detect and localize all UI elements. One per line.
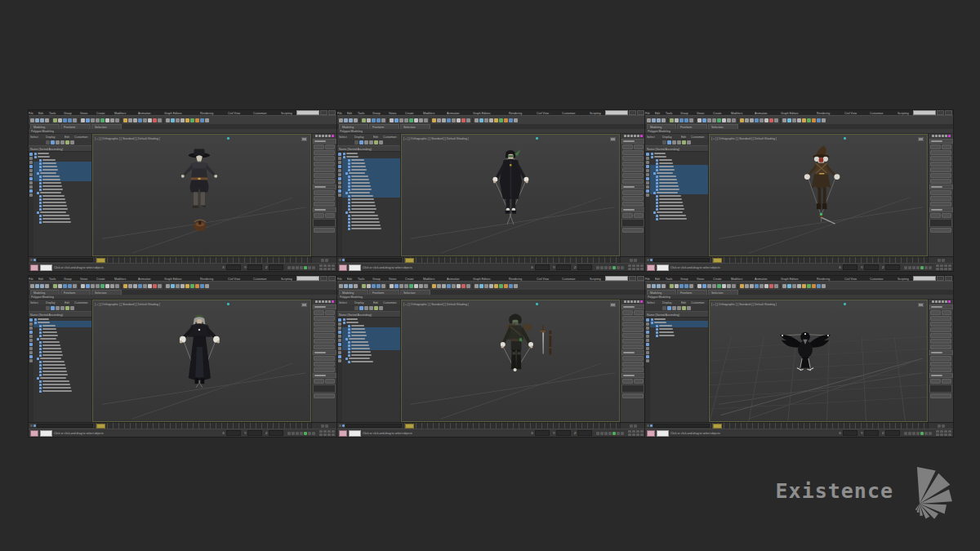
coord-input[interactable] <box>226 264 241 270</box>
command-tab-icon[interactable] <box>318 300 321 303</box>
command-tab-icon[interactable] <box>932 300 934 303</box>
playback-button[interactable] <box>912 432 915 435</box>
toolbar-icon[interactable] <box>484 284 488 288</box>
toolbar-icon[interactable] <box>367 118 371 122</box>
viewport-corner-icon[interactable] <box>610 303 616 307</box>
viewport-label[interactable]: [ + ] [ Orthographic ] [ Standard ] [ De… <box>95 136 229 141</box>
nav-btn[interactable] <box>632 264 635 267</box>
playback-button[interactable] <box>287 266 291 269</box>
menu-item[interactable]: File <box>645 277 650 280</box>
toolbar-icon[interactable] <box>86 118 90 122</box>
toolbar-icon[interactable] <box>40 284 44 288</box>
command-tab-icon[interactable] <box>948 300 951 303</box>
explorer-filter-icon[interactable] <box>29 327 33 330</box>
explorer-tool-icon[interactable] <box>51 306 55 310</box>
command-tab-icon[interactable] <box>627 135 630 137</box>
character-model-priest-hunter[interactable] <box>445 144 576 246</box>
menu-item[interactable]: Scripting <box>590 277 601 280</box>
macro-recorder-field[interactable] <box>339 430 347 437</box>
explorer-filter-icon[interactable] <box>338 322 341 326</box>
explorer-footer-icon[interactable] <box>339 259 341 261</box>
toolbar-icon[interactable] <box>185 118 189 122</box>
toolbar-icon[interactable] <box>133 284 137 288</box>
menu-item[interactable]: Scripting <box>590 111 601 114</box>
explorer-menu-item[interactable]: Select <box>647 135 655 138</box>
toolbar-icon[interactable] <box>722 118 726 122</box>
playback-button[interactable] <box>621 432 624 435</box>
explorer-filter-icon[interactable] <box>646 335 649 338</box>
explorer-filter-icon[interactable] <box>338 161 341 164</box>
toolbar-icon[interactable] <box>349 284 353 288</box>
toolbar-icon[interactable] <box>509 118 513 122</box>
explorer-tool-icon[interactable] <box>46 306 50 310</box>
menu-item[interactable]: Civil View <box>537 111 549 114</box>
toolbar-icon[interactable] <box>68 118 72 122</box>
explorer-filter-icon[interactable] <box>646 189 649 193</box>
toolbar-icon[interactable] <box>755 284 759 288</box>
explorer-filter-icon[interactable] <box>29 318 33 322</box>
toolbar-icon[interactable] <box>782 118 786 122</box>
explorer-filter-icon[interactable] <box>29 169 33 172</box>
explorer-search-field[interactable] <box>37 258 93 262</box>
menu-item[interactable]: Edit <box>655 277 660 280</box>
explorer-tool-icon[interactable] <box>359 306 363 310</box>
rollout-button[interactable] <box>622 162 644 167</box>
explorer-tool-icon[interactable] <box>374 306 378 310</box>
toolbar-icon[interactable] <box>647 118 651 122</box>
explorer-menu-item[interactable]: Display <box>354 300 363 304</box>
command-tab-icon[interactable] <box>624 135 626 137</box>
explorer-filter-icon[interactable] <box>646 331 649 334</box>
explorer-filter-icon[interactable] <box>338 343 341 346</box>
toolbar-icon[interactable] <box>63 118 67 122</box>
toolbar-icon[interactable] <box>514 118 518 122</box>
explorer-filter-icon[interactable] <box>646 157 649 160</box>
toolbar-icon[interactable] <box>647 284 651 288</box>
toolbar-icon[interactable] <box>100 284 105 288</box>
explorer-tool-icon[interactable] <box>60 140 65 144</box>
toolbar-icon[interactable] <box>115 118 119 122</box>
rollout-button[interactable] <box>314 156 335 161</box>
timeline-ruler[interactable] <box>96 257 311 263</box>
explorer-filter-icon[interactable] <box>646 173 649 176</box>
toolbar-icon[interactable] <box>774 118 778 122</box>
menu-item[interactable]: File <box>29 111 33 114</box>
explorer-menu-item[interactable]: Customize <box>74 300 88 304</box>
explorer-filter-icon[interactable] <box>338 185 341 189</box>
rollout-button[interactable] <box>314 202 335 207</box>
rollout-button[interactable] <box>930 344 951 349</box>
rollout-header[interactable] <box>313 373 336 378</box>
explorer-tool-icon[interactable] <box>672 306 676 310</box>
toolbar-icon[interactable] <box>447 284 451 288</box>
viewport-corner-icon[interactable] <box>918 303 924 307</box>
toolbar-icon[interactable] <box>474 284 479 288</box>
explorer-menu-item[interactable]: Edit <box>373 300 378 304</box>
explorer-filter-icon[interactable] <box>338 165 341 168</box>
rollout-button[interactable] <box>622 144 633 149</box>
toolbar-icon[interactable] <box>489 118 493 122</box>
menu-item[interactable]: Animation <box>138 277 151 280</box>
explorer-filter-icon[interactable] <box>338 331 341 334</box>
toolbar-icon[interactable] <box>792 118 796 122</box>
toolbar-icon[interactable] <box>200 118 204 122</box>
menu-item[interactable]: Tools <box>666 111 672 114</box>
coord-input[interactable] <box>556 264 571 270</box>
timeline-ruler[interactable] <box>404 257 620 263</box>
rollout-button[interactable] <box>314 179 335 184</box>
viewport-corner-icon[interactable] <box>301 303 307 307</box>
explorer-filter-icon[interactable] <box>646 177 649 180</box>
playback-button[interactable] <box>596 432 599 435</box>
toolbar-icon[interactable] <box>399 118 403 122</box>
explorer-tool-icon[interactable] <box>682 140 686 144</box>
menu-item[interactable]: Modifiers <box>423 277 434 280</box>
menu-item[interactable]: Graph Editors <box>473 111 491 114</box>
menu-item[interactable]: Civil View <box>844 111 857 114</box>
menu-item[interactable]: Graph Editors <box>164 111 182 114</box>
toolbar-icon[interactable] <box>96 284 100 288</box>
explorer-footer-icon[interactable] <box>30 259 33 261</box>
toolbar-icon[interactable] <box>792 284 796 288</box>
menu-item[interactable]: Rendering <box>200 111 213 114</box>
explorer-tool-icon[interactable] <box>364 306 368 310</box>
viewport-corner-icon[interactable] <box>301 137 307 141</box>
explorer-tool-icon[interactable] <box>354 140 359 144</box>
menu-item[interactable]: Animation <box>755 111 768 114</box>
